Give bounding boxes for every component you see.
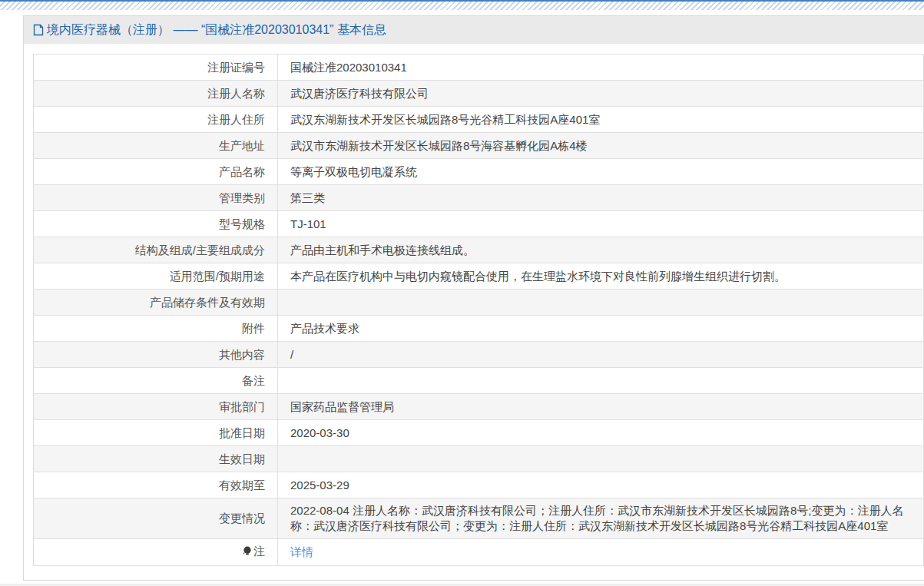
registration-info-table: 注册证编号 国械注准20203010341 注册人名称 武汉唐济医疗科技有限公司… xyxy=(33,54,924,566)
table-row: 有效期至 2025-03-29 xyxy=(34,472,924,498)
table-row: 批准日期 2020-03-30 xyxy=(34,420,924,446)
row-label: 适用范围/预期用途 xyxy=(34,263,278,290)
row-value: 武汉市东湖新技术开发区长城园路8号海容基孵化园A栋4楼 xyxy=(278,133,924,159)
table-row: 管理类别 第三类 xyxy=(34,185,924,211)
row-value: 2022-08-04 注册人名称：武汉唐济科技有限公司；注册人住所：武汉市东湖新… xyxy=(278,498,924,539)
bulb-icon xyxy=(243,545,252,561)
table-row-change-history: 变更情况 2022-08-04 注册人名称：武汉唐济科技有限公司；注册人住所：武… xyxy=(34,498,924,539)
row-value: TJ-101 xyxy=(278,211,924,237)
row-value: 武汉东湖新技术开发区长城园路8号光谷精工科技园A座401室 xyxy=(278,107,924,133)
row-value: 等离子双极电切电凝系统 xyxy=(278,159,924,185)
row-value: 第三类 xyxy=(278,185,924,211)
row-label: 注册证编号 xyxy=(34,55,278,81)
row-value: 产品由主机和手术电极连接线组成。 xyxy=(278,237,924,263)
device-info-panel: 境内医疗器械（注册） —— “国械注准20203010341” 基本信息 注册证… xyxy=(23,15,924,581)
row-label: 注册人名称 xyxy=(34,81,278,107)
row-value: 本产品在医疗机构中与电切内窥镜配合使用，在生理盐水环境下对良性前列腺增生组织进行… xyxy=(278,263,924,290)
document-icon xyxy=(33,24,44,36)
table-row: 注册人住所 武汉东湖新技术开发区长城园路8号光谷精工科技园A座401室 xyxy=(34,107,924,133)
row-label: 注 xyxy=(34,539,278,566)
table-row: 生效日期 xyxy=(34,446,924,472)
row-label: 变更情况 xyxy=(34,498,278,539)
row-value: 2025-03-29 xyxy=(278,472,924,498)
table-row: 型号规格 TJ-101 xyxy=(34,211,924,237)
row-label: 附件 xyxy=(34,316,278,342)
row-value xyxy=(278,446,924,472)
row-label: 生产地址 xyxy=(34,133,278,159)
note-label-text: 注 xyxy=(253,545,265,558)
row-value xyxy=(278,290,924,316)
row-label: 有效期至 xyxy=(34,472,278,498)
row-label: 产品名称 xyxy=(34,159,278,185)
table-row: 产品名称 等离子双极电切电凝系统 xyxy=(34,159,924,185)
page-title-text: 境内医疗器械（注册） —— “国械注准20203010341” 基本信息 xyxy=(47,22,386,38)
top-decorative-stripes xyxy=(0,0,924,10)
table-row: 注册证编号 国械注准20203010341 xyxy=(34,55,924,81)
row-value: / xyxy=(278,342,924,368)
row-label: 批准日期 xyxy=(34,420,278,446)
page-title: 境内医疗器械（注册） —— “国械注准20203010341” 基本信息 xyxy=(33,22,386,38)
row-value: 国械注准20203010341 xyxy=(278,55,924,81)
row-label: 管理类别 xyxy=(34,185,278,211)
row-label: 产品储存条件及有效期 xyxy=(34,290,278,316)
row-value: 详情 xyxy=(278,539,924,566)
row-label: 其他内容 xyxy=(34,342,278,368)
table-row: 其他内容 / xyxy=(34,342,924,368)
panel-header: 境内医疗器械（注册） —— “国械注准20203010341” 基本信息 xyxy=(24,16,924,44)
row-label: 备注 xyxy=(34,368,278,394)
table-row: 备注 xyxy=(34,368,924,394)
row-label: 生效日期 xyxy=(34,446,278,472)
row-label: 结构及组成/主要组成成分 xyxy=(34,237,278,263)
detail-link[interactable]: 详情 xyxy=(290,545,313,558)
table-row: 适用范围/预期用途 本产品在医疗机构中与电切内窥镜配合使用，在生理盐水环境下对良… xyxy=(34,263,924,290)
row-label: 注册人住所 xyxy=(34,107,278,133)
table-row: 生产地址 武汉市东湖新技术开发区长城园路8号海容基孵化园A栋4楼 xyxy=(34,133,924,159)
row-label: 型号规格 xyxy=(34,211,278,237)
row-value: 2020-03-30 xyxy=(278,420,924,446)
row-value xyxy=(278,368,924,394)
table-row: 附件 产品技术要求 xyxy=(34,316,924,342)
table-row: 产品储存条件及有效期 xyxy=(34,290,924,316)
table-row: 注册人名称 武汉唐济医疗科技有限公司 xyxy=(34,81,924,107)
table-row: 审批部门 国家药品监督管理局 xyxy=(34,394,924,420)
row-label: 审批部门 xyxy=(34,394,278,420)
row-value: 武汉唐济医疗科技有限公司 xyxy=(278,81,924,107)
row-value: 国家药品监督管理局 xyxy=(278,394,924,420)
row-value: 产品技术要求 xyxy=(278,316,924,342)
table-row-note: 注 详情 xyxy=(34,539,924,566)
table-row: 结构及组成/主要组成成分 产品由主机和手术电极连接线组成。 xyxy=(34,237,924,263)
